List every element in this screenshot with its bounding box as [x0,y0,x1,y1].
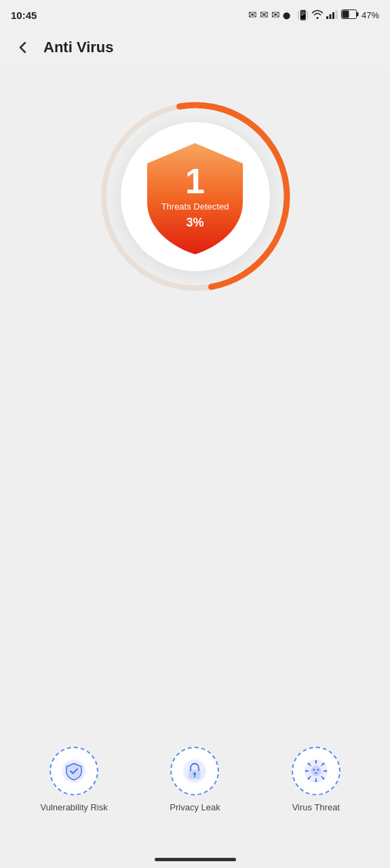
svg-point-29 [322,763,324,765]
bottom-icons-row: Vulnerability Risk Privacy Leak [0,747,390,814]
back-button[interactable] [11,35,35,60]
vulnerability-risk-item[interactable]: Vulnerability Risk [33,747,115,814]
svg-rect-5 [357,12,359,16]
svg-point-17 [315,760,317,762]
svg-rect-1 [329,14,331,19]
lock-icon [182,759,207,783]
battery-icon [341,9,359,21]
vulnerability-risk-icon-circle [50,747,98,795]
virus-threat-item[interactable]: Virus Threat [275,747,357,814]
svg-rect-0 [326,16,328,19]
scan-area: 1 Threats Detected 3% [0,68,390,298]
signal-icon [326,9,338,21]
scan-visual: 1 Threats Detected 3% [94,95,297,298]
svg-point-19 [315,780,317,782]
status-bar: 10:45 ✉ ✉ ✉ ⬤ 📳 [0,0,390,27]
home-indicator [155,858,236,861]
privacy-leak-icon-circle [170,747,219,795]
vulnerability-risk-label: Vulnerability Risk [41,802,108,814]
virus-icon [304,759,328,783]
notification-icon-4: ⬤ [283,12,290,19]
vibrate-icon: 📳 [297,9,309,20]
svg-point-32 [313,769,315,771]
shield-icon [142,138,248,256]
wifi-icon [311,9,324,21]
svg-point-33 [317,769,319,771]
svg-point-25 [307,763,309,765]
virus-threat-label: Virus Threat [292,802,340,814]
status-icons: ✉ ✉ ✉ ⬤ 📳 [248,9,379,21]
top-nav: Anti Virus [0,27,390,68]
inner-circle: 1 Threats Detected 3% [121,122,270,271]
virus-threat-icon-circle [292,747,340,795]
svg-point-21 [305,770,307,772]
svg-point-34 [315,772,317,774]
svg-rect-3 [335,10,337,19]
svg-point-15 [311,766,321,776]
privacy-leak-label: Privacy Leak [170,802,220,814]
status-time: 10:45 [11,9,37,21]
shield-check-icon [62,759,86,783]
svg-point-31 [307,778,309,780]
svg-rect-2 [332,12,334,19]
svg-point-23 [325,770,327,772]
svg-rect-6 [342,10,349,18]
privacy-leak-item[interactable]: Privacy Leak [154,747,235,814]
svg-point-27 [322,778,324,780]
notification-icon-1: ✉ [248,9,257,21]
app-page: 10:45 ✉ ✉ ✉ ⬤ 📳 [0,0,390,868]
battery-percent: 47% [362,10,379,20]
notification-icon-2: ✉ [260,9,269,21]
notification-icon-3: ✉ [271,9,280,21]
page-title: Anti Virus [43,39,114,56]
